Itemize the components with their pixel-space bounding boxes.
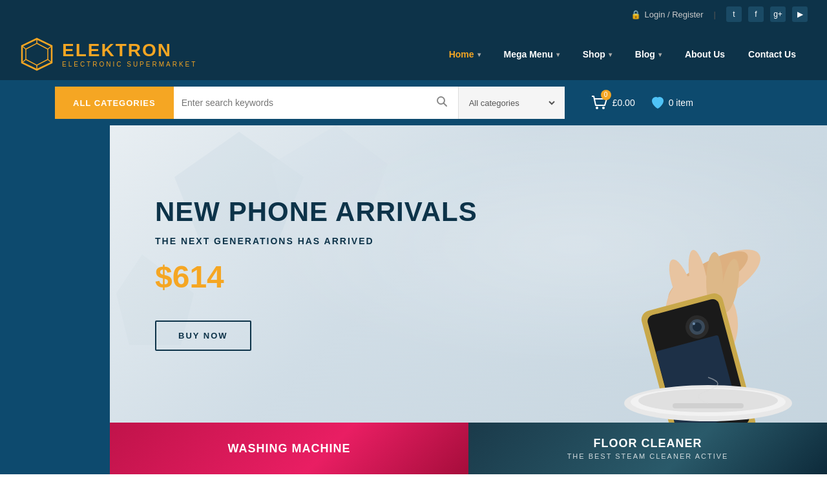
cart-area: 0 £0.00 0 item: [591, 94, 693, 112]
twitter-icon[interactable]: t: [726, 6, 742, 22]
buy-now-button[interactable]: BUY NOW: [155, 320, 251, 351]
cart-price: £0.00: [612, 98, 635, 108]
category-select-wrap: All categories Phones Laptops TVs Camera…: [458, 87, 565, 119]
washing-machine-card-text: WASHING MACHINE: [228, 442, 351, 456]
lock-icon: 🔒: [631, 10, 641, 19]
main-header: ELEKTRON ELECTRONIC SUPERMARKET Home ▾ M…: [0, 28, 827, 80]
top-bar: 🔒 Login / Register | t f g+ ▶: [0, 0, 827, 28]
brand-name: ELEKTRON: [62, 41, 197, 59]
hero-phone-illustration: [469, 151, 827, 423]
wishlist-count: 0 item: [669, 98, 693, 108]
washing-machine-title: WASHING MACHINE: [228, 442, 351, 456]
hero-image-area: [443, 125, 827, 423]
login-register-link[interactable]: 🔒 Login / Register: [631, 10, 704, 19]
bottom-cards-row: WASHING MACHINE FLOOR CLEANER THE BEST S…: [110, 423, 827, 474]
nav-home-label: Home: [449, 49, 474, 59]
nav-mega-menu[interactable]: Mega Menu ▾: [492, 28, 571, 80]
heart-icon: [651, 96, 665, 110]
search-input[interactable]: [182, 98, 434, 108]
login-register-label: Login / Register: [645, 10, 704, 19]
nav-home[interactable]: Home ▾: [437, 28, 492, 80]
floor-cleaner-subtitle: THE BEST STEAM CLEANER ACTIVE: [567, 452, 729, 460]
chevron-down-icon: ▾: [477, 51, 481, 58]
googleplus-icon[interactable]: g+: [770, 6, 786, 22]
search-input-wrap: [174, 87, 458, 119]
cart-badge: 0: [601, 90, 611, 100]
washing-machine-card[interactable]: WASHING MACHINE: [110, 423, 468, 474]
nav-about-us[interactable]: About Us: [673, 28, 737, 80]
floor-cleaner-card[interactable]: FLOOR CLEANER THE BEST STEAM CLEANER ACT…: [468, 423, 827, 474]
divider: |: [714, 10, 716, 19]
svg-point-10: [596, 107, 598, 109]
nav-blog-label: Blog: [635, 49, 655, 59]
main-navigation: Home ▾ Mega Menu ▾ Shop ▾ Blog ▾ About U…: [437, 28, 808, 80]
chevron-down-icon: ▾: [658, 51, 662, 58]
search-icon: [436, 96, 448, 107]
chevron-down-icon: ▾: [556, 51, 560, 58]
category-select[interactable]: All categories Phones Laptops TVs Camera…: [466, 98, 557, 109]
svg-point-11: [602, 107, 605, 109]
nav-mega-menu-label: Mega Menu: [504, 49, 553, 59]
nav-contact-us[interactable]: Contact Us: [737, 28, 808, 80]
svg-point-32: [638, 389, 778, 412]
hero-title: NEW PHONE ARRIVALS: [155, 197, 477, 227]
nav-about-us-label: About Us: [685, 49, 725, 59]
logo-text: ELEKTRON ELECTRONIC SUPERMARKET: [62, 41, 197, 68]
search-button[interactable]: [434, 93, 450, 112]
hero-content: NEW PHONE ARRIVALS THE NEXT GENERATIONS …: [110, 197, 477, 351]
all-categories-button[interactable]: ALL CATEGORIES: [55, 87, 174, 119]
wishlist-button[interactable]: 0 item: [651, 96, 693, 110]
brand-tagline: ELECTRONIC SUPERMARKET: [62, 61, 197, 68]
social-icons-group: t f g+ ▶: [726, 6, 808, 22]
logo-icon: [19, 37, 54, 72]
floor-cleaner-card-text: FLOOR CLEANER THE BEST STEAM CLEANER ACT…: [567, 437, 729, 460]
nav-contact-us-label: Contact Us: [748, 49, 796, 59]
hero-slider: NEW PHONE ARRIVALS THE NEXT GENERATIONS …: [110, 125, 827, 423]
cart-icon-wrap: 0: [591, 94, 607, 112]
nav-shop-label: Shop: [583, 49, 605, 59]
svg-line-9: [443, 103, 446, 107]
chevron-down-icon: ▾: [609, 51, 612, 58]
nav-blog[interactable]: Blog ▾: [623, 28, 673, 80]
search-bar-row: ALL CATEGORIES All categories Phones Lap…: [0, 80, 827, 125]
svg-rect-33: [673, 403, 744, 408]
facebook-icon[interactable]: f: [748, 6, 764, 22]
logo-area: ELEKTRON ELECTRONIC SUPERMARKET: [19, 37, 197, 72]
hero-subtitle: THE NEXT GENERATIONS HAS ARRIVED: [155, 236, 477, 246]
youtube-icon[interactable]: ▶: [792, 6, 808, 22]
floor-cleaner-title: FLOOR CLEANER: [593, 437, 702, 450]
cart-button[interactable]: 0 £0.00: [591, 94, 635, 112]
svg-marker-1: [26, 43, 48, 65]
hero-price: $614: [155, 259, 477, 295]
nav-shop[interactable]: Shop ▾: [571, 28, 623, 80]
